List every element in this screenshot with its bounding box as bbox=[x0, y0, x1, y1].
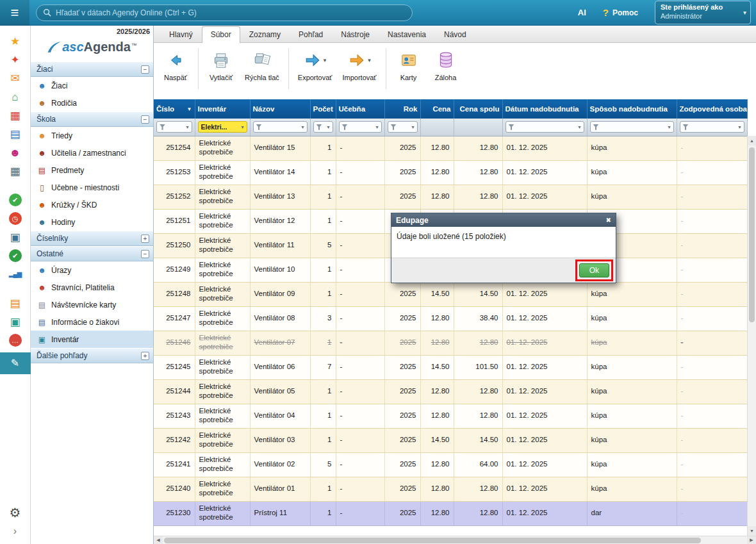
cell-rok[interactable]: 2025 bbox=[384, 306, 420, 331]
cell-inventar[interactable]: Elektrické spotrebiče bbox=[195, 258, 250, 282]
sidebar-item-predmety[interactable]: ▤Predmety bbox=[31, 161, 153, 179]
cell-zodpovedna_osoba[interactable]: - bbox=[677, 136, 747, 160]
filter-box[interactable]: ▾ bbox=[313, 121, 333, 133]
cell-zodpovedna_osoba[interactable]: - bbox=[677, 233, 747, 258]
quick-print-button[interactable]: Rýchla tlač bbox=[240, 46, 284, 97]
tab-pohlad[interactable]: Pohľad bbox=[290, 26, 332, 42]
cell-cena_spolu[interactable]: 12.80 bbox=[454, 160, 502, 185]
tab-subor[interactable]: Súbor bbox=[202, 26, 240, 43]
cell-cena_spolu[interactable]: 12.80 bbox=[454, 501, 502, 525]
cell-cislo[interactable]: 251254 bbox=[154, 136, 195, 160]
table-row[interactable]: 251247Elektrické spotrebičeVentilátor 08… bbox=[154, 306, 747, 331]
wand-icon[interactable]: ✦ bbox=[10, 53, 19, 66]
cell-datum_nadobudnutia[interactable]: 01. 12. 2025 bbox=[502, 452, 587, 477]
cell-rok[interactable]: 2025 bbox=[384, 160, 420, 185]
sidebar-item-rodicia[interactable]: ☻Rodičia bbox=[31, 94, 153, 111]
cell-zodpovedna_osoba[interactable]: - bbox=[677, 331, 747, 355]
cell-cislo[interactable]: 251240 bbox=[154, 477, 195, 501]
cell-sposob_nadobudnutia[interactable]: kúpa bbox=[587, 452, 677, 477]
cell-rok[interactable]: 2025 bbox=[384, 331, 420, 355]
cell-inventar[interactable]: Elektrické spotrebiče bbox=[195, 209, 250, 233]
book-icon[interactable]: ▤ bbox=[10, 297, 20, 309]
ok-button[interactable]: Ok bbox=[579, 263, 609, 277]
column-header-cena[interactable]: Cena bbox=[420, 99, 454, 119]
cell-inventar[interactable]: Elektrické spotrebiče bbox=[195, 428, 250, 452]
cell-cislo[interactable]: 251241 bbox=[154, 452, 195, 477]
cell-sposob_nadobudnutia[interactable]: kúpa bbox=[587, 306, 677, 331]
user-menu[interactable]: Ste prihlásený ako Administrátor ▾ bbox=[655, 1, 751, 24]
filter-box[interactable]: ▾ bbox=[680, 121, 744, 133]
planner-icon[interactable]: ▦ bbox=[10, 165, 20, 177]
cell-rok[interactable]: 2025 bbox=[384, 136, 420, 160]
cell-datum_nadobudnutia[interactable]: 01. 12. 2025 bbox=[502, 501, 587, 525]
cell-rok[interactable]: 2025 bbox=[384, 379, 420, 404]
cell-ucebna[interactable]: - bbox=[336, 404, 384, 428]
cell-cislo[interactable]: 251245 bbox=[154, 355, 195, 379]
section-toggle-icon[interactable]: − bbox=[141, 65, 149, 74]
cell-inventar[interactable]: Elektrické spotrebiče bbox=[195, 282, 250, 306]
cell-nazov[interactable]: Ventilátor 08 bbox=[250, 306, 310, 331]
shield-check-icon[interactable]: ✔ bbox=[9, 249, 22, 262]
ai-button[interactable]: AI bbox=[578, 8, 586, 17]
cell-rok[interactable]: 2025 bbox=[384, 452, 420, 477]
cell-inventar[interactable]: Elektrické spotrebiče bbox=[195, 501, 250, 525]
cell-datum_nadobudnutia[interactable]: 01. 12. 2025 bbox=[502, 160, 587, 185]
cell-zodpovedna_osoba[interactable]: - bbox=[677, 282, 747, 306]
hamburger-menu-icon[interactable]: ≡ bbox=[0, 0, 29, 26]
cell-zodpovedna_osoba[interactable]: - bbox=[677, 404, 747, 428]
cell-pocet[interactable]: 5 bbox=[310, 452, 336, 477]
cell-pocet[interactable]: 1 bbox=[310, 501, 336, 525]
column-header-inventar[interactable]: Inventár bbox=[195, 99, 250, 119]
column-header-rok[interactable]: Rok bbox=[384, 99, 420, 119]
cell-nazov[interactable]: Prístroj 11 bbox=[250, 501, 310, 525]
cell-cena[interactable]: 12.80 bbox=[420, 477, 454, 501]
gear-icon[interactable]: ⚙ bbox=[10, 506, 21, 519]
cell-cislo[interactable]: 251248 bbox=[154, 282, 195, 306]
cell-cena_spolu[interactable]: 12.80 bbox=[454, 477, 502, 501]
cell-datum_nadobudnutia[interactable]: 01. 12. 2025 bbox=[502, 355, 587, 379]
column-header-datum_nadobudnutia[interactable]: Dátum nadobudnutia bbox=[502, 99, 587, 119]
tab-navod[interactable]: Návod bbox=[435, 26, 475, 42]
journal-icon[interactable]: ▤ bbox=[10, 128, 20, 140]
scroll-right-arrow-icon[interactable]: ▶ bbox=[747, 536, 756, 544]
column-header-nazov[interactable]: Názov bbox=[250, 99, 310, 119]
table-row[interactable]: 251254Elektrické spotrebičeVentilátor 15… bbox=[154, 136, 747, 160]
cell-nazov[interactable]: Ventilátor 14 bbox=[250, 160, 310, 185]
cell-ucebna[interactable]: - bbox=[336, 258, 384, 282]
pen-icon[interactable]: ✎ bbox=[0, 352, 31, 374]
sidebar-section-ciselniky[interactable]: Číselníky+ bbox=[31, 231, 153, 246]
cell-cena_spolu[interactable]: 12.80 bbox=[454, 136, 502, 160]
cards-button[interactable]: Karty bbox=[391, 46, 427, 97]
cell-nazov[interactable]: Ventilátor 02 bbox=[250, 452, 310, 477]
briefcase-icon[interactable]: ▣ bbox=[10, 231, 20, 243]
sidebar-item-triedy[interactable]: ☻Triedy bbox=[31, 127, 153, 144]
cell-ucebna[interactable]: - bbox=[336, 185, 384, 209]
home-icon[interactable]: ⌂ bbox=[12, 90, 18, 103]
section-toggle-icon[interactable]: + bbox=[141, 352, 149, 360]
global-search[interactable] bbox=[36, 4, 413, 21]
cell-datum_nadobudnutia[interactable]: 01. 12. 2025 bbox=[502, 379, 587, 404]
cell-zodpovedna_osoba[interactable]: - bbox=[677, 160, 747, 185]
cell-nazov[interactable]: Ventilátor 07 bbox=[250, 331, 310, 355]
horizontal-scrollbar[interactable]: ◀ ▶ bbox=[154, 536, 756, 544]
cell-datum_nadobudnutia[interactable]: 01. 12. 2025 bbox=[502, 477, 587, 501]
cell-rok[interactable]: 2025 bbox=[384, 477, 420, 501]
cell-inventar[interactable]: Elektrické spotrebiče bbox=[195, 404, 250, 428]
filter-value-box[interactable]: Elektri...▾ bbox=[198, 121, 247, 133]
table-row[interactable]: 251243Elektrické spotrebičeVentilátor 04… bbox=[154, 404, 747, 428]
table-row[interactable]: 251245Elektrické spotrebičeVentilátor 06… bbox=[154, 355, 747, 379]
table-row[interactable]: 251246Elektrické spotrebičeVentilátor 07… bbox=[154, 331, 747, 355]
cell-nazov[interactable]: Ventilátor 04 bbox=[250, 404, 310, 428]
column-header-ucebna[interactable]: Učebňa bbox=[336, 99, 384, 119]
cell-pocet[interactable]: 7 bbox=[310, 355, 336, 379]
cell-cena_spolu[interactable]: 101.50 bbox=[454, 355, 502, 379]
chat-icon[interactable]: … bbox=[9, 334, 22, 347]
sidebar-item-ziaci[interactable]: ☻Žiaci bbox=[31, 77, 153, 94]
cell-datum_nadobudnutia[interactable]: 01. 12. 2025 bbox=[502, 428, 587, 452]
cell-cislo[interactable]: 251253 bbox=[154, 160, 195, 185]
table-row[interactable]: 251240Elektrické spotrebičeVentilátor 01… bbox=[154, 477, 747, 501]
cell-inventar[interactable]: Elektrické spotrebiče bbox=[195, 477, 250, 501]
table-row[interactable]: 251241Elektrické spotrebičeVentilátor 02… bbox=[154, 452, 747, 477]
cell-zodpovedna_osoba[interactable]: - bbox=[677, 501, 747, 525]
cell-cena[interactable]: 12.80 bbox=[420, 404, 454, 428]
